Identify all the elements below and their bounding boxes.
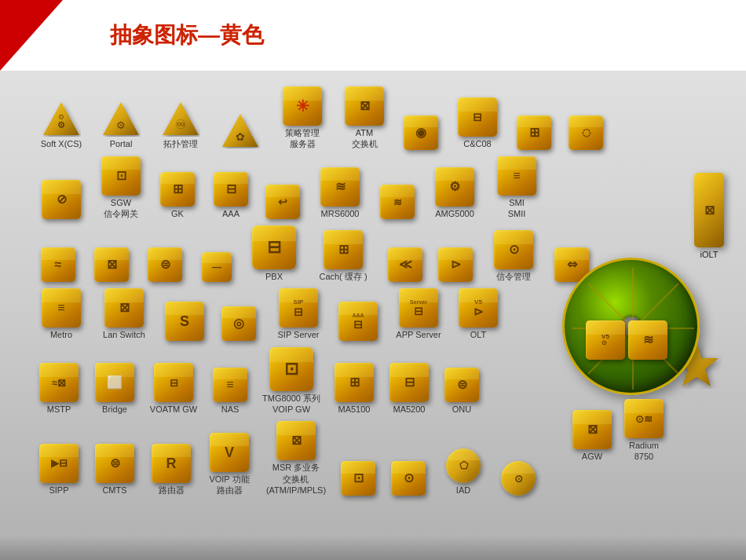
nas-icon: ≡ — [213, 368, 247, 402]
mstp-icon: ≈⊠ — [39, 363, 79, 402]
signal-mgr-label: 信令管理 — [496, 271, 531, 282]
icon-cell-strategy-mgr: ✿ — [212, 112, 269, 150]
sipp-label: SIPP — [49, 485, 68, 496]
amg5000-icon: ⚙ — [435, 167, 474, 207]
sgw-icon: ⊡ — [101, 156, 141, 196]
icon-cell-portal: ⚙ Portal — [93, 101, 149, 149]
portal-triangle-icon: ⚙ — [101, 101, 141, 137]
icon-cell-mrs6000: ≋ MRS6000 — [309, 167, 371, 219]
icon-cell-sgw: ⊡ SGW信令网关 — [93, 156, 149, 220]
bridge-icon: ⬜ — [95, 363, 134, 402]
icon-cell-iad: ⬠ IAD — [435, 448, 492, 496]
icon-cell-radium: ⊙≋ Radium8750 — [616, 399, 671, 463]
iolt-label: iOLT — [700, 250, 718, 259]
icon-cell-r3-2: ⊠ — [86, 247, 137, 282]
header: 抽象图标—黄色 — [0, 0, 746, 71]
smi-icon: ≡ — [497, 156, 536, 196]
r2-blank-icon: ↩ — [265, 185, 300, 219]
r4-aaa-icon: AAA ⊟ — [338, 302, 378, 341]
topology-label: 拓扑管理 — [163, 138, 198, 149]
icon-cell-softx: ⚙ ⚙ Soft X(CS) — [33, 101, 90, 149]
icon-row-3: ≈ ⊠ ⊜ — ⊟ — [31, 225, 628, 282]
gk-label: GK — [171, 208, 184, 219]
icon-cell-metro: ≡ Metro — [33, 288, 90, 340]
iolt-icon: ⊠ — [694, 173, 724, 247]
blank1-icon: ◉ — [404, 115, 438, 150]
r3-6-icon: ≪ — [388, 247, 422, 282]
mrs6000-label: MRS6000 — [321, 208, 360, 219]
icon-grid: ⚙ ⚙ Soft X(CS) ⚙ Portal ♾ 拓扑管理 — [31, 86, 628, 499]
icon-cell-cc08: ⊟ C&C08 — [449, 97, 506, 149]
r6-b3-icon: ⊙ — [501, 461, 536, 496]
r3-3-icon: ⊜ — [148, 247, 182, 282]
cache-label: Cach( 缓存 ) — [319, 271, 367, 282]
icon-cell-r2-blank: ↩ — [259, 185, 306, 219]
softx-triangle-icon: ⚙ ⚙ — [42, 101, 81, 137]
msr-label: MSR 多业务交换机(ATM/IP/MPLS) — [266, 462, 326, 496]
content-area: ⚙ ⚙ Soft X(CS) ⚙ Portal ♾ 拓扑管理 — [0, 71, 746, 560]
smi-label: SMISMII — [508, 197, 526, 220]
blank-c1-icon: ⊘ — [42, 180, 81, 219]
icon-cell-bridge: ⬜ Bridge — [88, 363, 141, 415]
header-red-corner — [0, 0, 63, 71]
icon-cell-sipp: ▶⊟ SIPP — [33, 444, 85, 496]
svg-text:⚙: ⚙ — [58, 113, 64, 121]
svg-text:♾: ♾ — [175, 118, 186, 131]
lan-switch-label: Lan Switch — [103, 329, 145, 340]
icon-cell-r4-4: ◎ — [214, 306, 264, 341]
mrs6000-icon: ≋ — [320, 167, 360, 207]
icon-cell-r3-4: — — [193, 252, 240, 282]
router-label: 路由器 — [159, 485, 185, 496]
pbx-label: PBX — [265, 271, 283, 282]
olt-label: OLT — [470, 329, 487, 340]
strategy-server-icon: ✳ — [283, 86, 322, 126]
sipp-icon: ▶⊟ — [39, 444, 79, 483]
aaa-label: AAA — [222, 208, 240, 219]
icon-cell-atm: ⊠ ATM交换机 — [336, 86, 393, 150]
icon-cell-mstp: ≈⊠ MSTP — [33, 363, 85, 415]
r2-b2-icon: ≋ — [380, 185, 415, 219]
sip-server-label: SIP Server — [278, 329, 320, 340]
icon-cell-r3-1: ≈ — [33, 247, 83, 282]
gk-icon: ⊞ — [160, 172, 195, 207]
router-icon: R — [152, 444, 191, 483]
icon-cell-onu: ⊜ ONU — [438, 368, 485, 415]
metro-icon: ≡ — [42, 288, 81, 328]
icon-cell-sip-server: SIP ⊟ SIP Server — [267, 288, 330, 340]
icon-row-5: ≈⊠ MSTP ⬜ Bridge ⊟ VOATM GW ≡ NAS — [31, 347, 628, 415]
icon-cell-r6-b3: ⊙ — [495, 461, 542, 496]
voatm-icon: ⊟ — [154, 363, 193, 402]
icon-cell-lan-switch: ⊠ Lan Switch — [93, 288, 155, 340]
sip-server-icon: SIP ⊟ — [279, 288, 318, 328]
icon-cell-r4-aaa: AAA ⊟ — [333, 302, 383, 341]
icon-cell-nas: ≡ NAS — [206, 368, 254, 415]
icon-cell-r3-6: ≪ — [382, 247, 429, 282]
lan-switch-icon: ⊠ — [104, 288, 144, 328]
icon-cell-voatm: ⊟ VOATM GW — [144, 363, 203, 415]
onu-label: ONU — [452, 404, 471, 415]
right-iolt-area: ⊠ iOLT — [694, 173, 724, 259]
app-server-label: APP Server — [396, 329, 441, 340]
r3-1-icon: ≈ — [41, 247, 75, 282]
metro-label: Metro — [50, 329, 72, 340]
tmg8000-label: TMG8000 系列VOIP GW — [262, 393, 320, 415]
icon-cell-voip-router: V VOIP 功能路由器 — [201, 433, 258, 496]
voip-router-label: VOIP 功能路由器 — [209, 474, 249, 496]
icon-cell-router: R 路由器 — [144, 444, 198, 496]
voip-router-icon: V — [210, 433, 249, 472]
bottom-gradient — [0, 536, 746, 560]
cc08-label: C&C08 — [463, 138, 491, 149]
svg-text:✿: ✿ — [236, 130, 245, 143]
onu-icon: ⊜ — [444, 368, 479, 402]
ma5100-icon: ⊞ — [335, 363, 374, 402]
blank3-icon: ◌ — [569, 115, 603, 150]
icon-cell-amg5000: ⚙ AMG5000 — [424, 167, 485, 219]
cmts-icon: ⊜ — [95, 444, 134, 483]
atm-icon: ⊠ — [345, 86, 384, 126]
msr-icon: ⊠ — [276, 421, 316, 460]
svg-text:⚙: ⚙ — [116, 119, 126, 131]
agw-label: AGW — [582, 451, 602, 462]
r3-2-icon: ⊠ — [94, 247, 129, 282]
cache-icon: ⊞ — [324, 230, 363, 269]
icon-cell-olt: V5 ⊳ OLT — [454, 288, 503, 340]
